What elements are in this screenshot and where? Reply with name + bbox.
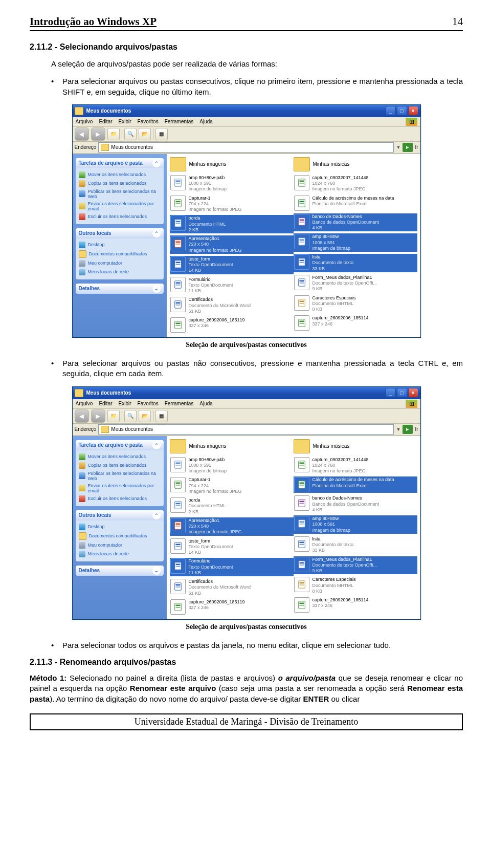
file-item[interactable]: Caracteres EspeciaisDocumento MHTML8 KB: [294, 295, 417, 313]
details-header[interactable]: Detalhes⌄: [76, 566, 164, 576]
file-item[interactable]: capture_26092006_185119337 x 246: [170, 599, 294, 615]
menu-editar[interactable]: Editar: [99, 119, 112, 124]
window-titlebar[interactable]: Meus documentos _ □ ×: [73, 105, 420, 117]
file-item[interactable]: capture_26092006_185114337 x 246: [294, 597, 417, 613]
task-move[interactable]: Mover os itens selecionados: [78, 452, 162, 461]
file-item[interactable]: amp 80+80w-p&b1008 x 591Imagem de bitmap: [170, 175, 294, 193]
details-header[interactable]: Detalhes⌄: [76, 284, 164, 294]
file-item[interactable]: FormulárioTexto OpenDocument11 KB: [170, 276, 294, 295]
file-item[interactable]: capture_26092006_185114337 x 246: [294, 315, 417, 331]
task-copy[interactable]: Copiar os itens selecionados: [78, 179, 162, 188]
file-item[interactable]: bordaDocumento HTML2 KB: [170, 215, 294, 233]
chevron-up-icon[interactable]: ⌃: [152, 229, 161, 237]
file-item[interactable]: Cálculo de acréscimo de meses na dataPla…: [294, 195, 417, 211]
file-item[interactable]: Apresentação1720 x 540Imagem no formato …: [170, 517, 294, 536]
window-titlebar[interactable]: Meus documentos _ □ ×: [73, 387, 420, 399]
tasks-header[interactable]: Tarefas de arquivo e pasta⌃: [76, 440, 164, 450]
place-network[interactable]: Meus locais de rede: [78, 268, 162, 276]
task-publish[interactable]: Publicar os itens selecionados na Web: [78, 470, 162, 482]
search-button[interactable]: 🔍: [124, 410, 137, 422]
windows-flag-icon[interactable]: ⊞: [406, 118, 417, 126]
menu-exibir[interactable]: Exibir: [119, 401, 131, 406]
file-item[interactable]: Form_Meus dados_Planilha1Documento de te…: [294, 556, 417, 575]
chevron-up-icon[interactable]: ⌃: [152, 159, 161, 167]
file-item[interactable]: Capturar-1794 x 224Imagem no formato JPE…: [170, 476, 294, 495]
file-item[interactable]: CertificadosDocumento do Microsoft Word6…: [170, 578, 294, 597]
file-item[interactable]: banco de Dados-NomesBanco de dados OpenD…: [294, 495, 417, 513]
menu-favoritos[interactable]: Favoritos: [138, 401, 159, 406]
file-item[interactable]: amp 80+80w1008 x 591Imagem de bitmap: [294, 233, 417, 252]
task-move[interactable]: Mover os itens selecionados: [78, 170, 162, 179]
menu-editar[interactable]: Editar: [99, 401, 112, 406]
up-button[interactable]: 📁: [107, 128, 120, 140]
file-item[interactable]: FormulárioTexto OpenDocument11 KB: [170, 558, 294, 576]
folder-label[interactable]: Minhas músicas: [313, 443, 350, 449]
folders-button[interactable]: 📂: [139, 128, 151, 140]
file-item[interactable]: amp 80+80w-p&b1008 x 591Imagem de bitmap: [170, 457, 294, 475]
file-item[interactable]: Apresentação1720 x 540Imagem no formato …: [170, 235, 294, 254]
file-item[interactable]: bordaDocumento HTML2 KB: [170, 497, 294, 515]
task-delete[interactable]: Excluir os itens selecionados: [78, 212, 162, 221]
file-item[interactable]: capture_26092006_185119337 x 246: [170, 317, 294, 333]
menu-ajuda[interactable]: Ajuda: [199, 119, 213, 124]
file-item[interactable]: Capturar-1794 x 224Imagem no formato JPE…: [170, 195, 294, 213]
menu-exibir[interactable]: Exibir: [119, 119, 131, 124]
file-item[interactable]: Caracteres EspeciaisDocumento MHTML8 KB: [294, 576, 417, 595]
task-publish[interactable]: Publicar os itens selecionados na Web: [78, 188, 162, 200]
folders-button[interactable]: 📂: [139, 410, 151, 422]
minimize-button[interactable]: _: [386, 106, 396, 116]
task-copy[interactable]: Copiar os itens selecionados: [78, 461, 162, 470]
views-button[interactable]: ▦: [155, 128, 168, 140]
place-desktop[interactable]: Desktop: [78, 241, 162, 249]
place-shared[interactable]: Documentos compartilhados: [78, 249, 162, 259]
forward-button[interactable]: ►: [91, 127, 105, 141]
menu-arquivo[interactable]: Arquivo: [76, 119, 93, 124]
address-field[interactable]: Meus documentos: [98, 142, 394, 153]
close-button[interactable]: ×: [408, 388, 418, 398]
maximize-button[interactable]: □: [397, 106, 407, 116]
forward-button[interactable]: ►: [91, 409, 105, 423]
file-item[interactable]: capture_09032007_1414481024 x 768Imagem …: [294, 175, 417, 193]
file-item[interactable]: listaDocumento de texto33 KB: [294, 536, 417, 554]
file-item[interactable]: Form_Meus dados_Planilha1Documento de te…: [294, 274, 417, 293]
chevron-down-icon[interactable]: ⌄: [152, 285, 161, 293]
folder-label[interactable]: Minhas imagens: [189, 443, 227, 449]
menu-favoritos[interactable]: Favoritos: [138, 119, 159, 124]
minimize-button[interactable]: _: [386, 388, 396, 398]
go-button[interactable]: ▸: [403, 143, 413, 152]
folder-label[interactable]: Minhas músicas: [313, 161, 350, 167]
file-item[interactable]: teste_formTexto OpenDocument14 KB: [170, 256, 294, 274]
task-email[interactable]: Enviar os itens selecionados por email: [78, 482, 162, 494]
file-item[interactable]: CertificadosDocumento do Microsoft Word6…: [170, 296, 294, 315]
places-header[interactable]: Outros locais⌃: [76, 228, 164, 238]
menu-ferramentas[interactable]: Ferramentas: [165, 119, 194, 124]
file-item[interactable]: Cálculo de acréscimo de meses na dataPla…: [294, 476, 417, 493]
views-button[interactable]: ▦: [155, 410, 168, 422]
menu-arquivo[interactable]: Arquivo: [76, 401, 93, 406]
tasks-header[interactable]: Tarefas de arquivo e pasta⌃: [76, 158, 164, 168]
file-item[interactable]: amp 80+80w1008 x 591Imagem de bitmap: [294, 515, 417, 534]
search-button[interactable]: 🔍: [124, 128, 137, 140]
menu-ferramentas[interactable]: Ferramentas: [165, 401, 194, 406]
back-button[interactable]: ◄: [75, 127, 89, 141]
close-button[interactable]: ×: [408, 106, 418, 116]
file-item[interactable]: listaDocumento de texto33 KB: [294, 254, 417, 272]
go-button[interactable]: ▸: [403, 425, 413, 434]
task-email[interactable]: Enviar os itens selecionados por email: [78, 200, 162, 212]
file-item[interactable]: teste_formTexto OpenDocument14 KB: [170, 538, 294, 556]
file-item[interactable]: banco de Dados-NomesBanco de dados OpenD…: [294, 213, 417, 232]
menu-bar[interactable]: Arquivo Editar Exibir Favoritos Ferramen…: [73, 399, 420, 409]
up-button[interactable]: 📁: [107, 410, 120, 422]
place-desktop[interactable]: Desktop: [78, 523, 162, 531]
windows-flag-icon[interactable]: ⊞: [406, 400, 417, 408]
menu-bar[interactable]: Arquivo Editar Exibir Favoritos Ferramen…: [73, 117, 420, 127]
file-list[interactable]: Minhas imagensamp 80+80w-p&b1008 x 591Im…: [167, 154, 420, 337]
menu-ajuda[interactable]: Ajuda: [199, 401, 213, 406]
task-delete[interactable]: Excluir os itens selecionados: [78, 494, 162, 503]
places-header[interactable]: Outros locais⌃: [76, 510, 164, 520]
place-network[interactable]: Meus locais de rede: [78, 550, 162, 558]
place-computer[interactable]: Meu computador: [78, 541, 162, 550]
file-item[interactable]: capture_09032007_1414481024 x 768Imagem …: [294, 457, 417, 475]
place-shared[interactable]: Documentos compartilhados: [78, 531, 162, 541]
address-field[interactable]: Meus documentos: [98, 424, 394, 435]
